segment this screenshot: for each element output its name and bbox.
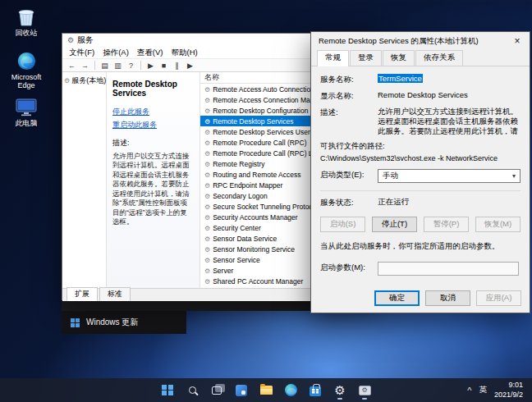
menu-help[interactable]: 帮助(H) [167, 48, 201, 58]
service-name: Remote Desktop Services UserM... [213, 128, 322, 136]
toolbar-separator [140, 61, 141, 70]
service-gear-icon [204, 128, 210, 136]
start-params-input[interactable] [378, 262, 519, 276]
service-description: 允许用户以交互方式连接到远程计算机。远程桌面和远程桌面会话主机服务器依赖此服务。… [112, 152, 194, 227]
start-button[interactable]: 启动(S) [320, 217, 365, 232]
desktop-icon-label: Microsoft Edge [2, 73, 50, 90]
stop-button[interactable]: 停止(T) [372, 217, 417, 232]
path-label: 可执行文件的路径: [320, 141, 521, 152]
startup-type-dropdown[interactable]: 手动 ▾ [378, 169, 521, 183]
service-gear-icon [204, 213, 210, 222]
desktop-icon-recycle-bin[interactable]: 回收站 [2, 5, 50, 37]
service-gear-icon [204, 224, 210, 232]
service-name: Secure Socket Tunneling Protoco... [213, 203, 322, 211]
service-name: Remote Registry [213, 160, 264, 168]
recycle-bin-icon [2, 5, 50, 27]
cancel-button[interactable]: 取消 [425, 290, 470, 306]
tab-general[interactable]: 常规 [317, 50, 349, 66]
taskbar-center: ⚙ ⚙ [157, 380, 375, 400]
service-status-value: 正在运行 [378, 197, 521, 208]
clock[interactable]: 9:01 2021/9/2 [494, 381, 523, 400]
services-window-icon: ⚙ [67, 37, 74, 44]
menu-file[interactable]: 文件(F) [65, 48, 99, 58]
settings-gear-icon: ⚙ [334, 384, 345, 396]
dialog-titlebar[interactable]: Remote Desktop Services 的属性(本地计算机) × [311, 32, 530, 50]
apply-button[interactable]: 应用(A) [476, 290, 521, 306]
start-service-icon[interactable]: ▶ [144, 60, 157, 71]
start-button-taskbar[interactable] [157, 380, 178, 400]
menu-view[interactable]: 查看(V) [133, 48, 167, 58]
start-params-label: 启动参数(M): [320, 262, 378, 273]
tab-standard[interactable]: 标准 [99, 287, 131, 301]
console-tree-pane: ⚙ 服务(本地) [62, 72, 107, 288]
service-name-field[interactable]: TermService [378, 74, 521, 83]
services-node-icon: ⚙ [64, 77, 70, 85]
tree-item-services-local[interactable]: ⚙ 服务(本地) [64, 75, 104, 86]
restart-service-icon[interactable]: ▶ [184, 60, 196, 71]
service-name: Remote Procedure Call (RPC) L... [213, 149, 319, 158]
service-name: RPC Endpoint Mapper [213, 181, 282, 190]
toolbar-separator [94, 61, 95, 70]
store-button[interactable] [305, 380, 326, 400]
service-gear-icon [204, 277, 210, 286]
search-button[interactable] [181, 380, 203, 400]
display-name-label: 显示名称: [320, 90, 378, 102]
services-console-button[interactable]: ⚙ [354, 380, 375, 400]
background-window-strip [62, 300, 319, 311]
edge-icon [2, 49, 50, 71]
windows-logo-icon [162, 385, 173, 396]
back-icon[interactable]: ← [66, 60, 78, 71]
input-language-indicator[interactable]: 英 [479, 385, 487, 395]
service-gear-icon [204, 160, 210, 168]
tab-logon[interactable]: 登录 [350, 50, 382, 66]
edge-button[interactable] [280, 380, 301, 400]
widgets-icon [236, 385, 247, 396]
desktop-icon-edge[interactable]: Microsoft Edge [2, 49, 50, 90]
help-icon[interactable]: ? [125, 60, 137, 71]
pause-button[interactable]: 暂停(P) [424, 217, 469, 232]
selected-service-title: Remote Desktop Services [112, 80, 194, 98]
windows-update-label: Windows 更新 [86, 317, 138, 328]
tab-extended[interactable]: 扩展 [66, 287, 98, 301]
dialog-tabs: 常规 登录 恢复 依存关系 [311, 50, 530, 66]
service-name: Security Center [213, 224, 261, 232]
show-console-tree-icon[interactable]: ▤ [99, 60, 111, 71]
resume-button[interactable]: 恢复(M) [475, 217, 521, 232]
ok-button[interactable]: 确定 [374, 290, 420, 306]
stop-service-icon[interactable]: ■ [158, 60, 170, 71]
search-icon [189, 386, 196, 394]
pause-service-icon[interactable]: ∥ [171, 60, 183, 71]
tab-dependencies[interactable]: 依存关系 [415, 50, 463, 66]
export-list-icon[interactable]: ▥ [112, 60, 124, 71]
service-name: Remote Desktop Configuration [213, 107, 308, 115]
settings-button[interactable]: ⚙ [329, 380, 351, 400]
dialog-body: 服务名称: TermService 显示名称: Remote Desktop S… [311, 66, 530, 276]
separator [320, 190, 521, 191]
tab-recovery[interactable]: 恢复 [383, 50, 415, 66]
service-gear-icon [204, 171, 210, 179]
service-gear-icon [204, 85, 210, 94]
extended-view-pane: Remote Desktop Services 停止此服务 重启动此服务 描述:… [107, 72, 200, 288]
service-name: Sensor Monitoring Service [213, 245, 295, 254]
tray-time: 9:01 [508, 381, 523, 389]
service-gear-icon [204, 149, 210, 158]
widgets-button[interactable] [231, 380, 252, 400]
service-name: Remote Access Connection Man... [213, 96, 319, 104]
stop-service-link[interactable]: 停止此服务 [112, 107, 194, 117]
hidden-icons-chevron[interactable]: ^ [467, 386, 471, 395]
properties-dialog: Remote Desktop Services 的属性(本地计算机) × 常规 … [310, 31, 530, 313]
restart-service-link[interactable]: 重启动此服务 [112, 120, 194, 130]
desktop-icon-this-pc[interactable]: 此电脑 [2, 95, 50, 127]
service-name: Remote Access Auto Connection ... [213, 85, 322, 94]
description-value: 允许用户以交互方式连接到远程计算机。远程桌面和远程桌面会话主机服务器依赖此服务。… [378, 107, 521, 136]
menu-action[interactable]: 操作(A) [99, 48, 133, 58]
desktop: 回收站 Microsoft Edge [0, 0, 532, 402]
file-explorer-icon [260, 386, 273, 395]
task-view-button[interactable] [206, 380, 227, 400]
task-view-icon [212, 386, 222, 395]
forward-icon[interactable]: → [79, 60, 91, 71]
file-explorer-button[interactable] [255, 380, 277, 400]
service-gear-icon [204, 117, 210, 126]
windows-update-window[interactable]: Windows 更新 [62, 311, 186, 334]
close-icon[interactable]: × [505, 32, 530, 50]
